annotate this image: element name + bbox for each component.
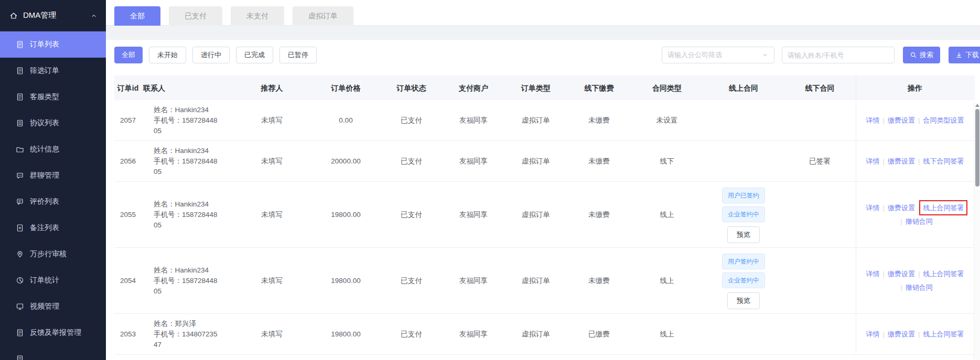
sidebar-item-feedback-report[interactable]: 反馈及举报管理 [0, 320, 106, 346]
op-link-线上合同签署[interactable]: 线上合同签署 [923, 270, 964, 278]
tab-all[interactable]: 全部 [114, 6, 160, 26]
actions-line: 详情|缴费设置|合同类型设置 [866, 114, 964, 127]
cell-contract-type: 线上 [631, 314, 703, 354]
op-link-详情[interactable]: 详情 [866, 204, 880, 212]
cell-offline-pay: 未缴费 [567, 100, 631, 140]
table-row: 2057姓名：Hankin234手机号：15872844805未填写0.00已支… [114, 100, 975, 141]
online-contract-tag: 用户已签约 [722, 188, 765, 203]
col-header-contract-type: 合同类型 [631, 75, 703, 100]
scrollbar-thumb[interactable] [975, 109, 979, 187]
preview-button[interactable]: 预览 [727, 226, 760, 243]
op-link-缴费设置[interactable]: 缴费设置 [888, 157, 915, 165]
sidebar-item-label: 订单列表 [30, 40, 59, 49]
search-controls: 请输入分公司筛选 搜索 下载 [662, 47, 980, 63]
toolbar: 全部未开始进行中已完成已暂停 请输入分公司筛选 搜索 下载 [114, 46, 980, 64]
sidebar-item-agreement-list[interactable]: 协议列表 [0, 110, 106, 136]
op-link-线下合同签署[interactable]: 线下合同签署 [923, 157, 964, 165]
op-separator: | [883, 270, 885, 278]
vertical-scrollbar[interactable] [974, 103, 980, 360]
sidebar-item-label: 客服类型 [30, 92, 59, 102]
table-header-row: 订单id联系人推荐人订单价格订单状态支付商户订单类型线下缴费合同类型线上合同线下… [114, 75, 975, 100]
op-link-撤销合同[interactable]: 撤销合同 [906, 217, 933, 225]
search-button[interactable]: 搜索 [903, 47, 940, 63]
sidebar-item-review-list[interactable]: 评价列表 [0, 189, 106, 215]
op-link-合同类型设置[interactable]: 合同类型设置 [923, 116, 964, 124]
contact-phone: 手机号：15872844805 [154, 156, 221, 177]
name-phone-input[interactable] [782, 47, 895, 63]
sidebar-item-video-mgmt[interactable]: 视频管理 [0, 293, 106, 320]
cell-offline-contract [784, 182, 856, 247]
sidebar-item-order-list[interactable]: 订单列表 [0, 31, 106, 58]
sidebar-item-service-type[interactable]: 客服类型 [0, 84, 106, 110]
sidebar-item-stats-info[interactable]: 统计信息 [0, 136, 106, 162]
tab-virtual[interactable]: 虚拟订单 [293, 6, 353, 26]
scrollbar-up-arrow[interactable] [975, 104, 979, 107]
cell-price: 20000.00 [311, 141, 380, 181]
op-separator: | [883, 204, 885, 212]
op-link-缴费设置[interactable]: 缴费设置 [888, 330, 915, 338]
op-link-缴费设置[interactable]: 缴费设置 [888, 204, 915, 212]
op-separator: | [918, 330, 920, 338]
content-card: 全部未开始进行中已完成已暂停 请输入分公司筛选 搜索 下载 订单id联系人推荐人… [106, 40, 980, 360]
filter-paused[interactable]: 已暂停 [279, 47, 317, 63]
cell-online-contract [703, 141, 784, 181]
sidebar-item-group-chat[interactable]: 群聊管理 [0, 162, 106, 189]
cell-price: 19800.00 [311, 248, 380, 313]
online-contract-tag: 用户签约中 [722, 254, 765, 269]
actions-line: 详情|缴费设置|线上合同签署 [866, 267, 964, 281]
cell-offline-pay: 未缴费 [567, 248, 631, 313]
tab-unpaid[interactable]: 未支付 [231, 6, 284, 26]
cell-contact: 姓名：Hankin234手机号：15872844805 [142, 248, 232, 313]
op-link-撤销合同[interactable]: 撤销合同 [906, 283, 933, 291]
col-header-price: 订单价格 [311, 75, 380, 100]
op-link-详情[interactable]: 详情 [866, 157, 880, 165]
op-link-详情[interactable]: 详情 [866, 270, 880, 278]
search-icon [910, 51, 917, 59]
op-separator: | [883, 157, 885, 165]
cell-online-contract: 用户签约中企业签约中预览 [703, 248, 784, 313]
actions-line: |撤销合同 [897, 281, 932, 294]
sidebar-item-wanbuxing-audit[interactable]: 万步行审核 [0, 241, 106, 267]
home-icon [9, 12, 18, 20]
op-link-缴费设置[interactable]: 缴费设置 [888, 270, 915, 278]
op-separator: | [883, 116, 885, 124]
op-separator: | [918, 157, 920, 165]
status-tabs: 全部已支付未支付虚拟订单 [106, 0, 980, 26]
op-link-线上合同签署[interactable]: 线上合同签署 [923, 330, 964, 338]
contact-block: 姓名：Hankin234手机号：15872844805 [154, 146, 221, 177]
sidebar-item-partial[interactable] [0, 346, 106, 360]
cell-order-type: 虚拟订单 [504, 314, 567, 354]
service-type-icon [16, 93, 24, 101]
op-separator: | [918, 270, 920, 278]
tab-paid[interactable]: 已支付 [169, 6, 222, 26]
company-filter-select[interactable]: 请输入分公司筛选 [662, 47, 774, 63]
op-link-线上合同签署[interactable]: 线上合同签署 [923, 204, 964, 212]
wanbuxing-audit-icon [16, 250, 24, 258]
preview-button[interactable]: 预览 [727, 292, 760, 309]
sidebar-group-dma[interactable]: DMA管理 [0, 0, 106, 31]
cell-online-contract [703, 100, 784, 140]
progress-filter-group: 全部未开始进行中已完成已暂停 [114, 47, 323, 63]
op-link-详情[interactable]: 详情 [866, 116, 880, 124]
cell-offline-contract: 已签署 [784, 141, 856, 181]
orders-table: 订单id联系人推荐人订单价格订单状态支付商户订单类型线下缴费合同类型线上合同线下… [114, 75, 975, 355]
cell-contact: 姓名：Hankin234手机号：15872844805 [142, 182, 232, 247]
cell-merchant: 友福同享 [443, 182, 504, 247]
order-list-icon [16, 40, 24, 49]
filter-in-progress[interactable]: 进行中 [192, 47, 230, 63]
op-link-缴费设置[interactable]: 缴费设置 [888, 116, 915, 124]
download-button[interactable]: 下载 [949, 47, 980, 63]
filter-not-started[interactable]: 未开始 [149, 47, 186, 63]
sidebar-item-label: 备注列表 [30, 223, 59, 233]
sidebar-item-filter-orders[interactable]: 筛选订单 [0, 58, 106, 84]
op-link-详情[interactable]: 详情 [866, 330, 880, 338]
filter-all[interactable]: 全部 [114, 47, 143, 63]
sidebar-item-order-stats[interactable]: 订单统计 [0, 267, 106, 293]
sidebar-item-label: 反馈及举报管理 [30, 328, 81, 337]
cell-actions: 详情|缴费设置|线上合同签署|撤销合同 [856, 248, 974, 313]
filter-completed[interactable]: 已完成 [236, 47, 273, 63]
feedback-report-icon [16, 329, 24, 337]
sidebar: DMA管理 订单列表筛选订单客服类型协议列表统计信息群聊管理评价列表备注列表万步… [0, 0, 106, 360]
sidebar-item-notes-list[interactable]: 备注列表 [0, 215, 106, 241]
online-contract-tag: 企业签约中 [722, 206, 765, 222]
